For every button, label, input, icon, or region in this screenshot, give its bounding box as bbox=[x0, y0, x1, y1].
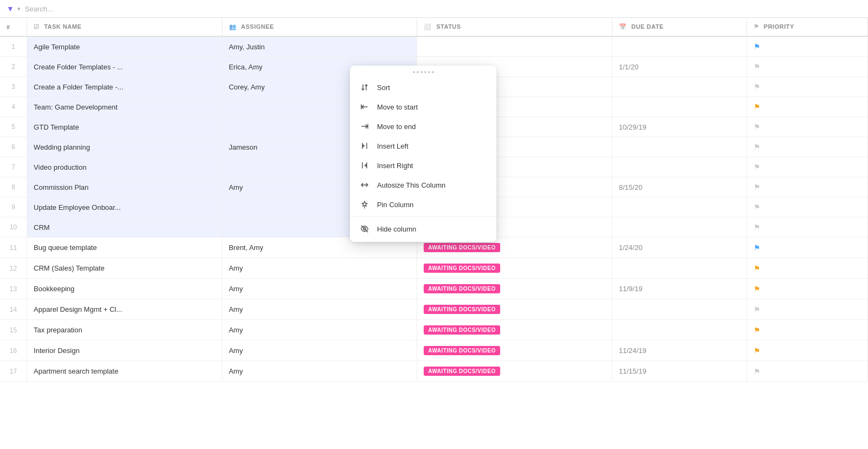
priority-flag-icon: ⚑ bbox=[754, 163, 761, 171]
row-duedate bbox=[612, 197, 746, 217]
table-row[interactable]: 16Interior DesignAmyAWAITING DOCS/VIDEO1… bbox=[0, 341, 868, 361]
priority-flag-icon: ⚑ bbox=[754, 223, 761, 232]
row-task[interactable]: Commission Plan bbox=[27, 177, 222, 197]
status-col-icon: ⬜ bbox=[424, 23, 432, 30]
row-priority: ⚑ bbox=[746, 137, 867, 157]
insert-left-icon bbox=[360, 142, 369, 150]
row-priority: ⚑ bbox=[746, 361, 867, 382]
row-assignee: Amy bbox=[222, 320, 417, 341]
col-header-num[interactable]: # bbox=[0, 18, 27, 36]
hide-column-icon bbox=[360, 224, 369, 233]
row-duedate: 11/24/19 bbox=[612, 341, 746, 361]
row-task[interactable]: Create Folder Templates - ... bbox=[27, 57, 222, 77]
row-num: 3 bbox=[0, 77, 27, 97]
priority-flag-icon: ⚑ bbox=[754, 326, 761, 335]
table-row[interactable]: 17Apartment search templateAmyAWAITING D… bbox=[0, 361, 868, 382]
row-duedate bbox=[612, 97, 746, 117]
row-task[interactable]: CRM bbox=[27, 217, 222, 238]
menu-drag-handle bbox=[350, 69, 496, 78]
menu-item-insert-left[interactable]: Insert Left bbox=[350, 136, 496, 156]
row-task[interactable]: Team: Game Development bbox=[27, 97, 222, 117]
row-status: AWAITING DOCS/VIDEO bbox=[417, 299, 612, 320]
row-duedate: 8/15/20 bbox=[612, 177, 746, 197]
row-duedate bbox=[612, 299, 746, 320]
row-task[interactable]: Apparel Design Mgmt + Cl... bbox=[27, 299, 222, 320]
menu-item-move-start[interactable]: Move to start bbox=[350, 97, 496, 117]
priority-flag-icon: ⚑ bbox=[754, 82, 761, 91]
row-status bbox=[417, 36, 612, 57]
row-priority: ⚑ bbox=[746, 77, 867, 97]
col-header-task[interactable]: ☑ TASK NAME bbox=[27, 18, 222, 36]
row-duedate bbox=[612, 258, 746, 279]
row-priority: ⚑ bbox=[746, 57, 867, 77]
table-header-row: # ☑ TASK NAME 👥 ASSIGNEE ⬜ STATUS 📅 DUE … bbox=[0, 18, 868, 36]
row-priority: ⚑ bbox=[746, 279, 867, 299]
row-task[interactable]: Agile Template bbox=[27, 36, 222, 57]
duedate-col-icon: 📅 bbox=[619, 23, 627, 30]
autosize-icon bbox=[360, 181, 369, 189]
row-duedate: 10/29/19 bbox=[612, 117, 746, 137]
row-task[interactable]: CRM (Sales) Template bbox=[27, 258, 222, 279]
row-task[interactable]: Tax preparation bbox=[27, 320, 222, 341]
row-priority: ⚑ bbox=[746, 197, 867, 217]
col-header-priority[interactable]: ⚑ PRIORITY bbox=[746, 18, 867, 36]
priority-flag-icon: ⚑ bbox=[754, 367, 761, 376]
menu-label-insert-right: Insert Right bbox=[377, 162, 413, 170]
row-duedate bbox=[612, 320, 746, 341]
filter-chevron-icon: ▾ bbox=[17, 5, 21, 12]
row-task[interactable]: Update Employee Onboar... bbox=[27, 197, 222, 217]
row-duedate: 11/9/19 bbox=[612, 279, 746, 299]
menu-label-move-start: Move to start bbox=[377, 103, 418, 111]
priority-flag-icon: ⚑ bbox=[754, 347, 761, 355]
row-num: 1 bbox=[0, 36, 27, 57]
priority-flag-icon: ⚑ bbox=[754, 102, 761, 111]
row-priority: ⚑ bbox=[746, 258, 867, 279]
menu-item-hide-column[interactable]: Hide column bbox=[350, 219, 496, 239]
priority-flag-icon: ⚑ bbox=[754, 183, 761, 191]
row-assignee: Amy bbox=[222, 341, 417, 361]
priority-flag-icon: ⚑ bbox=[754, 203, 761, 211]
priority-flag-icon: ⚑ bbox=[754, 143, 761, 151]
row-status: AWAITING DOCS/VIDEO bbox=[417, 320, 612, 341]
col-header-duedate[interactable]: 📅 DUE DATE bbox=[612, 18, 746, 36]
menu-label-insert-left: Insert Left bbox=[377, 142, 409, 150]
table-row[interactable]: 15Tax preparationAmyAWAITING DOCS/VIDEO⚑ bbox=[0, 320, 868, 341]
table-row[interactable]: 12CRM (Sales) TemplateAmyAWAITING DOCS/V… bbox=[0, 258, 868, 279]
col-header-status[interactable]: ⬜ STATUS bbox=[417, 18, 612, 36]
task-col-icon: ☑ bbox=[34, 23, 40, 30]
row-duedate bbox=[612, 77, 746, 97]
assignee-col-icon: 👥 bbox=[229, 23, 237, 30]
priority-flag-icon: ⚑ bbox=[754, 264, 761, 273]
menu-item-move-end[interactable]: Move to end bbox=[350, 117, 496, 136]
search-placeholder[interactable]: Search... bbox=[25, 5, 53, 13]
row-duedate: 1/1/20 bbox=[612, 57, 746, 77]
menu-item-autosize[interactable]: Autosize This Column bbox=[350, 175, 496, 195]
menu-item-pin-column[interactable]: Pin Column bbox=[350, 195, 496, 214]
priority-flag-icon: ⚑ bbox=[754, 123, 761, 131]
row-task[interactable]: Video production bbox=[27, 157, 222, 177]
row-task[interactable]: Interior Design bbox=[27, 341, 222, 361]
row-duedate bbox=[612, 36, 746, 57]
row-task[interactable]: Bug queue template bbox=[27, 238, 222, 258]
row-assignee: Amy, Justin bbox=[222, 36, 417, 57]
menu-item-insert-right[interactable]: Insert Right bbox=[350, 156, 496, 175]
table-row[interactable]: 14Apparel Design Mgmt + Cl...AmyAWAITING… bbox=[0, 299, 868, 320]
priority-flag-icon: ⚑ bbox=[754, 305, 761, 314]
row-task[interactable]: Create a Folder Template -... bbox=[27, 77, 222, 97]
status-badge: AWAITING DOCS/VIDEO bbox=[424, 346, 500, 355]
row-task[interactable]: Bookkeeping bbox=[27, 279, 222, 299]
status-badge: AWAITING DOCS/VIDEO bbox=[424, 243, 500, 252]
row-priority: ⚑ bbox=[746, 320, 867, 341]
row-num: 6 bbox=[0, 137, 27, 157]
row-task[interactable]: Apartment search template bbox=[27, 361, 222, 382]
col-header-assignee[interactable]: 👥 ASSIGNEE bbox=[222, 18, 417, 36]
menu-item-sort[interactable]: Sort bbox=[350, 78, 496, 97]
filter-icon[interactable]: ▼ bbox=[7, 4, 14, 13]
row-task[interactable]: Wedding planning bbox=[27, 137, 222, 157]
menu-divider bbox=[350, 216, 496, 217]
table-row[interactable]: 1Agile TemplateAmy, Justin⚑ bbox=[0, 36, 868, 57]
row-task[interactable]: GTD Template bbox=[27, 117, 222, 137]
row-assignee: Amy bbox=[222, 279, 417, 299]
table-row[interactable]: 13BookkeepingAmyAWAITING DOCS/VIDEO11/9/… bbox=[0, 279, 868, 299]
row-status: AWAITING DOCS/VIDEO bbox=[417, 258, 612, 279]
